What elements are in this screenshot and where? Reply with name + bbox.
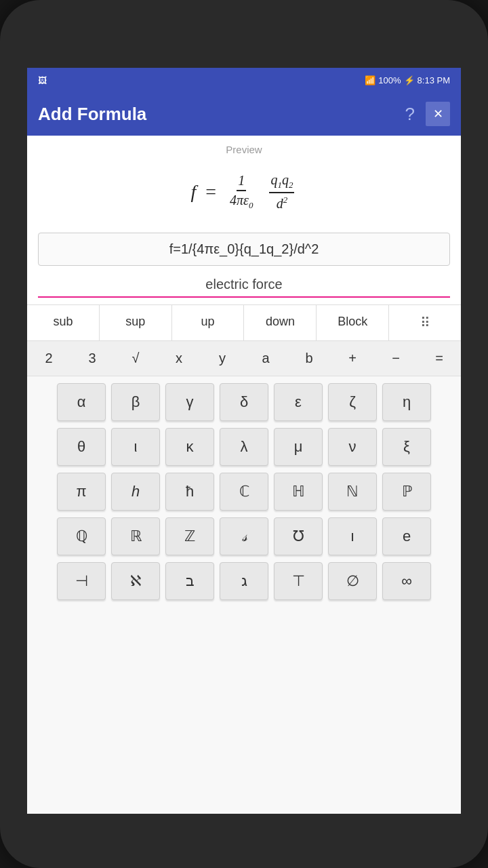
sym-mho[interactable]: ℧ [274,517,323,555]
keyboard-toolbar: sub sup up down Block ⠿ [27,304,461,341]
battery-text: 100% [378,75,401,85]
help-icon[interactable]: ? [405,104,415,125]
preview-label: Preview [27,136,461,158]
name-input-wrapper [38,273,450,298]
sym-rational[interactable]: ℚ [57,517,106,555]
sym-quaternion[interactable]: ℍ [274,473,323,511]
sym-infinity[interactable]: ∞ [382,562,431,600]
sym-pi[interactable]: π [57,473,106,511]
sym-natural[interactable]: ℕ [328,473,377,511]
quick-key-a[interactable]: a [244,347,287,370]
page-title: Add Formula [38,104,146,125]
screen: 🖼 📶 100% ⚡ 8:13 PM Add Formula ? ✕ Previ… [27,68,461,814]
status-left: 🖼 [38,75,47,85]
time-text: 8:13 PM [418,75,450,85]
sym-e[interactable]: e [382,517,431,555]
more-button[interactable]: ⠿ [389,305,461,340]
quick-keys-row: 2 3 √ x y a b + − = [27,341,461,376]
sym-h[interactable]: h [111,473,160,511]
sym-real[interactable]: ℝ [111,517,160,555]
formula-rendered: f = 1 4πε0 q1q2 d2 [191,172,298,212]
sym-theta[interactable]: θ [57,428,106,466]
symbol-row-4: ℚ ℝ ℤ 𝓈 ℧ ı e [41,517,447,555]
sym-empty-set[interactable]: ∅ [328,562,377,600]
sym-gimel[interactable]: ג [220,562,268,600]
fraction-denominator-1: 4πε0 [228,191,254,211]
quick-key-y[interactable]: y [201,347,244,370]
sup-button[interactable]: sup [100,305,172,340]
sym-dotless-i[interactable]: ı [328,517,377,555]
sym-lambda[interactable]: λ [220,428,268,466]
quick-key-equals[interactable]: = [418,347,461,370]
sym-gamma[interactable]: γ [165,383,214,421]
sym-eta[interactable]: η [382,383,431,421]
down-button[interactable]: down [244,305,317,340]
image-icon: 🖼 [38,75,47,85]
sym-prime[interactable]: ℙ [382,473,431,511]
sym-hbar[interactable]: ħ [165,473,214,511]
formula-preview: f = 1 4πε0 q1q2 d2 [27,158,461,233]
header-actions: ? ✕ [405,102,450,126]
sym-zeta[interactable]: ζ [328,383,377,421]
status-right: 📶 100% ⚡ 8:13 PM [365,75,450,85]
formula-f: f [191,181,197,203]
formula-input-display[interactable]: f=1/{4πε_0}{q_1q_2}/d^2 [38,233,450,266]
sym-kappa[interactable]: κ [165,428,214,466]
formula-fraction-2: q1q2 d2 [269,172,294,212]
block-button[interactable]: Block [317,305,389,340]
sym-mu[interactable]: μ [274,428,323,466]
formula-fraction-1: 1 4πε0 [228,173,254,211]
quick-key-2[interactable]: 2 [27,347,70,370]
sym-turnstile[interactable]: ⊣ [57,562,106,600]
symbol-row-2: θ ι κ λ μ ν ξ [41,428,447,466]
fraction-denominator-2: d2 [275,193,289,212]
sym-delta[interactable]: δ [220,383,268,421]
sym-xi[interactable]: ξ [382,428,431,466]
close-button[interactable]: ✕ [426,102,450,126]
sym-nu[interactable]: ν [328,428,377,466]
quick-key-x[interactable]: x [157,347,201,370]
symbol-row-3: π h ħ ℂ ℍ ℕ ℙ [41,473,447,511]
symbol-row-1: α β γ δ ε ζ η [41,383,447,421]
formula-equals: = [205,181,216,203]
sym-iota[interactable]: ι [111,428,160,466]
sub-button[interactable]: sub [27,305,100,340]
quick-key-plus[interactable]: + [331,347,374,370]
signal-icon: 📶 [365,75,375,85]
sym-aleph[interactable]: ℵ [111,562,160,600]
symbol-grid: α β γ δ ε ζ η θ ι κ λ μ ν ξ [27,376,461,814]
app-header: Add Formula ? ✕ [27,92,461,136]
up-button[interactable]: up [172,305,245,340]
sym-alpha[interactable]: α [57,383,106,421]
quick-key-3[interactable]: 3 [70,347,114,370]
sym-bet[interactable]: ב [165,562,214,600]
status-bar: 🖼 📶 100% ⚡ 8:13 PM [27,68,461,92]
quick-key-minus[interactable]: − [374,347,418,370]
quick-key-sqrt[interactable]: √ [114,347,157,370]
sym-beta[interactable]: β [111,383,160,421]
sym-complex[interactable]: ℂ [220,473,268,511]
charging-icon: ⚡ [404,75,415,85]
phone-frame: 🖼 📶 100% ⚡ 8:13 PM Add Formula ? ✕ Previ… [0,0,488,868]
sym-epsilon[interactable]: ε [274,383,323,421]
quick-key-b[interactable]: b [287,347,331,370]
fraction-numerator-2: q1q2 [269,172,294,193]
sym-script-s[interactable]: 𝓈 [220,517,268,555]
sym-down-tack[interactable]: ⊤ [274,562,323,600]
name-input[interactable] [38,273,450,296]
sym-integer[interactable]: ℤ [165,517,214,555]
fraction-numerator-1: 1 [237,173,246,191]
symbol-row-5: ⊣ ℵ ב ג ⊤ ∅ ∞ [41,562,447,600]
main-content: Preview f = 1 4πε0 q1q2 d2 f=1/{4π [27,136,461,814]
